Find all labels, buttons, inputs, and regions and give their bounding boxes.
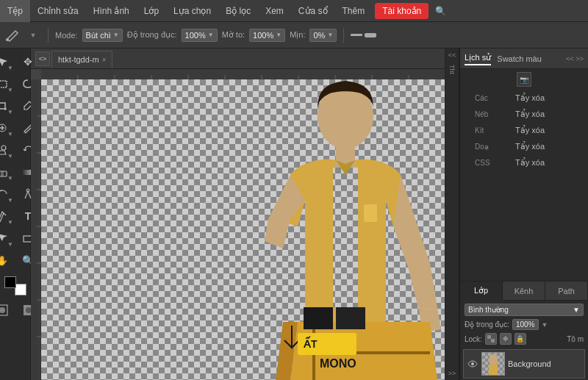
smooth-arrow-icon: ▼: [327, 32, 333, 38]
layer-name-label: Background: [508, 359, 551, 368]
history-action-2: Tẩy xóa: [515, 110, 545, 119]
search-icon[interactable]: 🔍: [431, 2, 449, 20]
history-action-1: Tẩy xóa: [515, 93, 545, 103]
menu-chinhedit[interactable]: Chỉnh sửa: [30, 0, 86, 22]
menu-xem[interactable]: Xem: [258, 0, 291, 22]
tab-swatch[interactable]: Swatch màu: [497, 53, 542, 65]
heal-tool[interactable]: ▼: [0, 118, 15, 138]
menu-tep[interactable]: Tệp: [0, 0, 30, 22]
menu-luachon[interactable]: Lựa chọn: [166, 0, 218, 22]
menu-hinhanh[interactable]: Hình ảnh: [86, 0, 137, 22]
mode-arrow-icon: ▼: [113, 32, 119, 38]
tab-layers[interactable]: Lớp: [460, 282, 503, 301]
history-label-2: Néb: [475, 110, 515, 118]
eraser-arrow-icon: ▼: [7, 175, 13, 182]
right-panel: Lịch sử Swatch màu << >> 📷 Các Tẩy xóa N…: [459, 49, 588, 380]
history-item-4[interactable]: Doạ Tẩy xóa: [460, 138, 588, 154]
selection-tool[interactable]: ▼: [0, 51, 15, 72]
menu-taikhoan[interactable]: Tài khoản: [375, 3, 429, 19]
history-snapshot-icon[interactable]: 📷: [517, 72, 531, 87]
history-item-5[interactable]: CSS Tẩy xóa: [460, 154, 588, 171]
history-label-5: CSS: [475, 159, 515, 167]
pen-tool[interactable]: ▼: [0, 206, 15, 226]
layer-visibility-icon[interactable]: [467, 358, 478, 370]
blur-tool[interactable]: ▼: [0, 184, 15, 204]
stamp-tool[interactable]: ▼: [0, 140, 15, 160]
history-item-3[interactable]: Kít Tẩy xóa: [460, 122, 588, 138]
options-toolbar: ▼ Mode: Bút chì ▼ Độ trong đục: 100% ▼ M…: [0, 22, 588, 49]
background-color-swatch[interactable]: [15, 284, 26, 295]
history-item-2[interactable]: Néb Tẩy xóa: [460, 106, 588, 122]
canvas-checker-bg: MONO ẤT: [41, 79, 445, 380]
hand-tool[interactable]: ✋: [0, 250, 15, 270]
blend-mode-select[interactable]: Bình thường ▼: [465, 304, 584, 316]
opacity-label: Độ trong đục:: [127, 30, 177, 40]
foreground-color-swatch[interactable]: [4, 276, 16, 288]
layer-background[interactable]: Background: [463, 349, 585, 379]
panel-arrow-right: >>: [576, 55, 584, 62]
history-item-1[interactable]: Các Tẩy xóa: [460, 90, 588, 106]
svg-rect-43: [491, 339, 495, 343]
rectangle-select-tool[interactable]: ▼: [0, 74, 15, 94]
menu-cuaso[interactable]: Cửa sổ: [291, 0, 335, 22]
flow-value: 100%: [253, 31, 273, 40]
lock-all-btn[interactable]: 🔒: [514, 333, 526, 345]
blur-arrow-icon: ▼: [7, 197, 13, 204]
layers-tabs: Lớp Kênh Path: [460, 282, 588, 301]
line-thin-icon[interactable]: [351, 34, 362, 36]
tab-channels[interactable]: Kênh: [503, 282, 545, 301]
tab-history[interactable]: Lịch sử: [465, 51, 491, 65]
content-area: <> htkt-tgdd-m ×: [31, 49, 445, 380]
panel-arrow-left: <<: [566, 55, 574, 62]
history-label-4: Doạ: [475, 143, 515, 151]
layer-opacity-value[interactable]: 100%: [512, 319, 539, 330]
ruler-vertical: [31, 79, 41, 380]
svg-point-46: [471, 362, 474, 365]
menu-lop[interactable]: Lớp: [137, 0, 166, 22]
brush-tool-icon[interactable]: [4, 27, 21, 43]
selection-arrow-icon: ▼: [7, 65, 13, 71]
tab-close-icon[interactable]: ×: [102, 56, 107, 64]
tab-path[interactable]: Path: [545, 282, 588, 301]
svg-text:ẤT: ẤT: [303, 336, 318, 350]
collapse-left-btn[interactable]: <<: [448, 51, 456, 59]
svg-rect-44: [491, 335, 495, 339]
history-action-4: Tẩy xóa: [515, 142, 545, 151]
lock-move-btn[interactable]: ✥: [500, 333, 512, 345]
menu-them[interactable]: Thêm: [335, 0, 373, 22]
layers-section: Lớp Kênh Path Bình thường ▼ Độ trong đục…: [460, 281, 588, 380]
collapse-right-btn[interactable]: >>: [448, 370, 456, 377]
tool-arrow-icon[interactable]: ▼: [25, 27, 41, 43]
eraser-tool[interactable]: ▼: [0, 162, 15, 182]
opacity-dropdown[interactable]: 100% ▼: [182, 29, 218, 42]
crop-tool[interactable]: ▼: [0, 96, 15, 116]
heal-arrow-icon: ▼: [7, 131, 13, 137]
blend-mode-value: Bình thường: [468, 306, 509, 314]
svg-point-47: [489, 354, 498, 366]
canvas-tab[interactable]: htkt-tgdd-m ×: [51, 51, 112, 68]
opacity-arrow-icon: ▼: [208, 32, 214, 38]
line-thick-icon[interactable]: [365, 33, 376, 37]
mode-dropdown[interactable]: Bút chì ▼: [82, 29, 123, 42]
blend-mode-arrow: ▼: [573, 306, 580, 314]
svg-rect-48: [489, 365, 498, 375]
layer-opacity-label: Độ trong đục:: [465, 320, 509, 329]
canvas-area[interactable]: MONO ẤT: [31, 69, 445, 380]
path-select-arrow-icon: ▼: [7, 241, 13, 248]
menu-boloc[interactable]: Bộ lọc: [218, 0, 258, 22]
svg-point-0: [6, 38, 9, 41]
smooth-dropdown[interactable]: 0% ▼: [309, 29, 337, 42]
path-select-tool[interactable]: ▼: [0, 228, 15, 248]
color-swatches[interactable]: [3, 275, 28, 297]
tabs-bar: <> htkt-tgdd-m ×: [31, 49, 445, 69]
lock-row: Lock: ✥ 🔒 Tô m: [465, 333, 584, 345]
history-icon-row: 📷: [460, 71, 588, 88]
quick-mask-off[interactable]: [0, 300, 15, 320]
mode-value: Bút chì: [86, 31, 111, 40]
opacity-arrow: ▼: [542, 321, 548, 329]
tab-filename: htkt-tgdd-m: [58, 55, 99, 64]
opacity-row: Độ trong đục: 100% ▼: [465, 319, 584, 330]
flow-dropdown[interactable]: 100% ▼: [249, 29, 285, 42]
svg-point-3: [1, 146, 6, 150]
lock-checkerboard-btn[interactable]: [485, 333, 497, 345]
